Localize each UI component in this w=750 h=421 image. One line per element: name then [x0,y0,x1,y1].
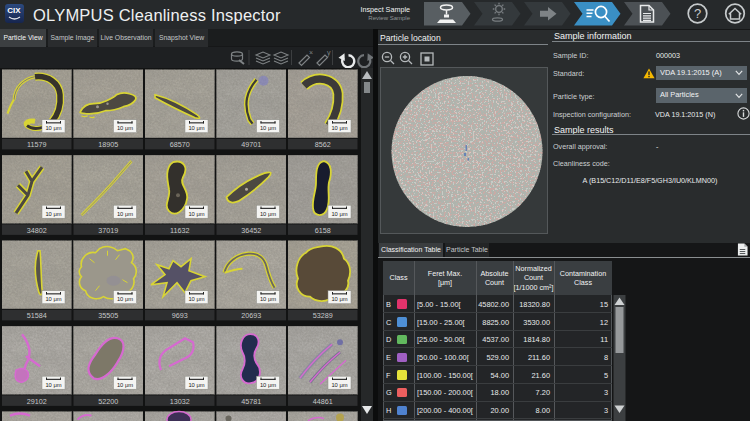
svg-text:36452: 36452 [241,226,261,235]
svg-text:49701: 49701 [241,140,261,149]
svg-text:20693: 20693 [241,311,261,320]
svg-text:10 μm: 10 μm [331,296,347,302]
svg-text:8562: 8562 [315,140,331,149]
svg-text:10 μm: 10 μm [260,211,276,217]
svg-text:6158: 6158 [315,226,331,235]
svg-text:18905: 18905 [98,140,118,149]
svg-text:10 μm: 10 μm [117,211,133,217]
svg-text:10 μm: 10 μm [188,382,204,388]
svg-text:y: y [327,49,331,57]
svg-text:10 μm: 10 μm [117,125,133,131]
svg-text:10 μm: 10 μm [188,125,204,131]
svg-text:10 μm: 10 μm [331,382,347,388]
svg-text:34802: 34802 [27,226,47,235]
svg-text:10 μm: 10 μm [260,125,276,131]
svg-text:10 μm: 10 μm [331,211,347,217]
svg-text:10 μm: 10 μm [45,125,61,131]
svg-text:29102: 29102 [27,397,47,406]
svg-text:37019: 37019 [98,226,118,235]
svg-text:10 μm: 10 μm [117,382,133,388]
svg-text:51584: 51584 [27,311,47,320]
svg-text:52200: 52200 [98,397,118,406]
svg-text:11632: 11632 [170,226,189,235]
svg-text:9693: 9693 [172,311,188,320]
svg-text:10 μm: 10 μm [188,296,204,302]
svg-text:?: ? [694,6,701,21]
svg-text:10 μm: 10 μm [260,382,276,388]
svg-text:10 μm: 10 μm [117,296,133,302]
svg-text:10 μm: 10 μm [45,382,61,388]
svg-text:×: × [309,49,313,56]
svg-text:13032: 13032 [170,397,190,406]
svg-text:10 μm: 10 μm [45,296,61,302]
svg-text:53289: 53289 [313,311,333,320]
svg-text:68570: 68570 [170,140,190,149]
svg-text:35505: 35505 [98,311,118,320]
svg-text:10 μm: 10 μm [331,125,347,131]
svg-text:10 μm: 10 μm [188,211,204,217]
svg-text:10 μm: 10 μm [45,211,61,217]
svg-text:45781: 45781 [241,397,261,406]
svg-text:10 μm: 10 μm [260,296,276,302]
svg-text:44861: 44861 [313,397,333,406]
svg-text:11579: 11579 [27,140,46,149]
